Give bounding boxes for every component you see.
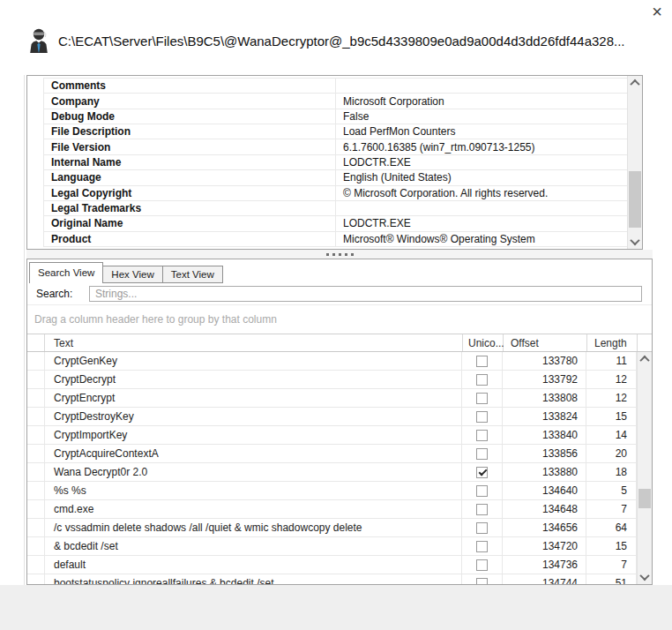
property-row[interactable]: Original NameLODCTR.EXE bbox=[44, 216, 627, 231]
cell-offset: 134656 bbox=[503, 519, 586, 536]
cell-unicode bbox=[462, 519, 503, 536]
cell-text: CryptEncrypt bbox=[45, 389, 462, 407]
strings-scrollbar-thumb[interactable] bbox=[638, 489, 651, 508]
property-value: 6.1.7600.16385 (win7_rtm.090713-1255) bbox=[335, 139, 627, 154]
property-value: Microsoft Corporation bbox=[335, 94, 627, 108]
table-row[interactable]: CryptDestroyKey13382415 bbox=[27, 408, 637, 426]
property-row[interactable]: Internal NameLODCTR.EXE bbox=[44, 155, 627, 170]
property-value: LODCTR.EXE bbox=[335, 155, 627, 169]
property-row[interactable]: CompanyMicrosoft Corporation bbox=[44, 94, 627, 109]
tab-text-view[interactable]: Text View bbox=[162, 266, 223, 283]
row-indicator bbox=[27, 408, 45, 425]
unicode-checkbox[interactable] bbox=[476, 578, 488, 585]
cell-length: 51 bbox=[586, 574, 637, 584]
row-indicator bbox=[27, 445, 45, 462]
cell-length: 11 bbox=[586, 352, 637, 370]
unicode-checkbox[interactable] bbox=[476, 559, 488, 571]
table-row[interactable]: cmd.exe1346487 bbox=[27, 500, 637, 519]
cell-length: 15 bbox=[586, 537, 637, 555]
unicode-checkbox[interactable] bbox=[476, 411, 488, 423]
table-row[interactable]: CryptImportKey13384014 bbox=[27, 426, 637, 445]
tab-hex-view[interactable]: Hex View bbox=[102, 266, 162, 283]
panel-edge-line bbox=[24, 75, 25, 585]
properties-scrollbar[interactable] bbox=[627, 76, 642, 249]
splitter-dot bbox=[351, 253, 354, 256]
row-indicator bbox=[27, 482, 45, 499]
unicode-checkbox[interactable] bbox=[476, 356, 488, 367]
table-row[interactable]: CryptEncrypt13380812 bbox=[27, 389, 637, 408]
unicode-checkbox[interactable] bbox=[476, 504, 488, 515]
tab-search-view[interactable]: Search View bbox=[29, 262, 103, 283]
window-title: C:\ECAT\Server\Files\B9C5\@WanaDecryptor… bbox=[58, 34, 625, 49]
property-label: Internal Name bbox=[44, 156, 335, 169]
cell-unicode bbox=[462, 408, 503, 425]
column-header-unicode[interactable]: Unico... bbox=[463, 334, 504, 351]
property-row[interactable]: Legal Trademarks bbox=[44, 201, 627, 216]
unicode-checkbox[interactable] bbox=[476, 485, 488, 497]
table-row[interactable]: bootstatuspolicy ignoreallfailures & bcd… bbox=[27, 574, 637, 584]
splitter-handle[interactable] bbox=[26, 250, 653, 259]
splitter-dot bbox=[339, 253, 341, 256]
table-row[interactable]: Wana Decrypt0r 2.013388018 bbox=[27, 463, 637, 482]
property-row[interactable]: LanguageEnglish (United States) bbox=[44, 170, 627, 185]
property-label: Original Name bbox=[44, 217, 335, 229]
close-icon[interactable]: × bbox=[652, 2, 662, 21]
unicode-checkbox[interactable] bbox=[476, 522, 488, 534]
cell-offset: 133856 bbox=[503, 445, 586, 462]
table-row[interactable]: CryptGenKey13378011 bbox=[27, 352, 637, 371]
cell-text: default bbox=[45, 556, 462, 574]
scroll-down-icon[interactable] bbox=[628, 235, 642, 249]
property-value: Microsoft® Windows® Operating System bbox=[335, 232, 627, 246]
property-label: File Version bbox=[44, 141, 335, 154]
row-indicator bbox=[27, 537, 45, 555]
cell-text: CryptDestroyKey bbox=[45, 408, 462, 425]
table-row[interactable]: %s %s1346405 bbox=[27, 482, 637, 500]
property-value: © Microsoft Corporation. All rights rese… bbox=[335, 186, 627, 200]
table-row[interactable]: & bcdedit /set13472015 bbox=[27, 537, 637, 556]
header-stub bbox=[638, 334, 652, 351]
search-input[interactable] bbox=[89, 286, 642, 302]
table-row[interactable]: CryptDecrypt13379212 bbox=[27, 371, 637, 389]
strings-scrollbar[interactable] bbox=[637, 352, 652, 584]
row-indicator bbox=[27, 500, 45, 518]
cell-text: CryptImportKey bbox=[45, 426, 462, 444]
property-row[interactable]: Legal Copyright© Microsoft Corporation. … bbox=[44, 186, 627, 201]
unicode-checkbox[interactable] bbox=[476, 541, 488, 552]
strings-table-header: Text Unico... Offset Length bbox=[27, 334, 652, 352]
cell-length: 18 bbox=[586, 463, 637, 481]
cell-offset: 133880 bbox=[503, 463, 586, 481]
unicode-checkbox[interactable] bbox=[476, 374, 488, 386]
unicode-checkbox[interactable] bbox=[476, 430, 488, 441]
property-row[interactable]: Debug ModeFalse bbox=[44, 109, 627, 124]
unicode-checkbox[interactable] bbox=[476, 448, 488, 460]
cell-offset: 134648 bbox=[503, 500, 586, 518]
scroll-up-icon[interactable] bbox=[638, 352, 652, 366]
cell-unicode bbox=[462, 371, 503, 388]
row-indicator bbox=[27, 574, 45, 584]
scroll-up-icon[interactable] bbox=[628, 76, 642, 90]
view-tabbar: Search ViewHex ViewText View bbox=[27, 259, 652, 283]
search-label: Search: bbox=[36, 288, 86, 300]
table-row[interactable]: CryptAcquireContextA13385620 bbox=[27, 445, 637, 463]
column-header-length[interactable]: Length bbox=[587, 334, 638, 351]
cell-unicode bbox=[462, 556, 503, 574]
property-row[interactable]: File Version6.1.7600.16385 (win7_rtm.090… bbox=[44, 139, 627, 154]
table-row[interactable]: /c vssadmin delete shadows /all /quiet &… bbox=[27, 519, 637, 537]
file-properties-panel: CommentsCompanyMicrosoft CorporationDebu… bbox=[26, 75, 643, 250]
column-header-offset[interactable]: Offset bbox=[504, 334, 587, 351]
cell-text: CryptDecrypt bbox=[45, 371, 462, 388]
property-row[interactable]: File DescriptionLoad PerfMon Counters bbox=[44, 124, 627, 139]
splitter-dot bbox=[326, 253, 329, 256]
table-row[interactable]: default1347367 bbox=[27, 556, 637, 574]
property-row[interactable]: Comments bbox=[44, 79, 627, 94]
column-header-text[interactable]: Text bbox=[45, 334, 463, 351]
property-label: Company bbox=[44, 95, 335, 108]
properties-grid: CommentsCompanyMicrosoft CorporationDebu… bbox=[43, 78, 627, 247]
cell-text: CryptAcquireContextA bbox=[45, 445, 462, 462]
property-row[interactable]: ProductMicrosoft® Windows® Operating Sys… bbox=[44, 232, 627, 247]
unicode-checkbox[interactable] bbox=[476, 393, 488, 404]
unicode-checkbox[interactable] bbox=[476, 467, 488, 478]
cell-text: & bcdedit /set bbox=[45, 537, 462, 555]
properties-scrollbar-thumb[interactable] bbox=[629, 171, 641, 228]
scroll-down-icon[interactable] bbox=[638, 570, 652, 584]
